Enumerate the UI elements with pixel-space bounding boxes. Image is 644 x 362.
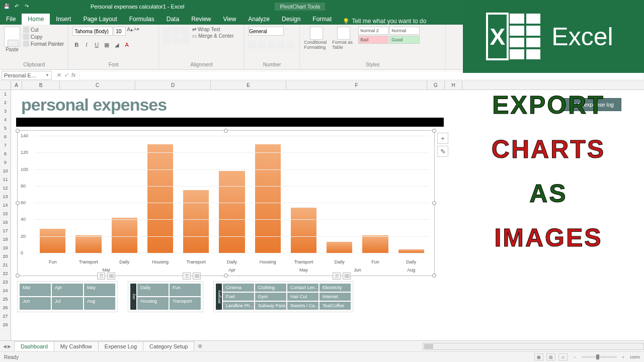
cell-styles[interactable]: Normal 2NormalBadGood — [358, 27, 420, 44]
row-header[interactable]: 5 — [0, 124, 11, 133]
format-as-table-button[interactable]: Format as Table — [332, 27, 355, 50]
sheet-tab[interactable]: Category Setup — [143, 341, 194, 351]
chart-bar[interactable] — [398, 249, 424, 253]
slicer-item[interactable]: Internet — [319, 293, 351, 301]
slicer-item[interactable]: Sweets / Ca… — [287, 302, 318, 310]
tab-design[interactable]: Design — [276, 14, 306, 25]
resize-handle[interactable] — [224, 129, 228, 133]
increase-decimal-icon[interactable] — [277, 41, 285, 49]
chart-bar[interactable] — [219, 171, 245, 253]
currency-icon[interactable] — [249, 41, 257, 49]
comma-icon[interactable] — [268, 41, 276, 49]
row-header[interactable]: 13 — [0, 193, 11, 201]
sheet-tab[interactable]: Expense Log — [98, 341, 143, 351]
slicer-item[interactable]: Jul — [52, 297, 83, 310]
slicer-item[interactable]: Electricity — [319, 284, 351, 292]
row-header[interactable]: 9 — [0, 158, 11, 167]
row-header[interactable]: 14 — [0, 201, 11, 210]
clear-filter-icon[interactable]: ⌧ — [193, 273, 201, 280]
chart-bar[interactable] — [112, 218, 137, 253]
slicer-item[interactable]: Tea/Coffee — [319, 302, 351, 310]
add-sheet-button[interactable]: ⊕ — [194, 341, 206, 351]
slicer-item[interactable]: Landline Ph… — [223, 302, 254, 310]
slicer-item[interactable]: Apr — [52, 284, 83, 296]
cell-style[interactable]: Normal — [389, 27, 420, 35]
font-name-input[interactable] — [72, 27, 113, 36]
row-header[interactable]: 22 — [0, 269, 11, 278]
format-painter-button[interactable]: Format Painter — [23, 41, 64, 47]
tab-review[interactable]: Review — [185, 14, 217, 25]
slicer-item[interactable]: Cinema — [223, 284, 254, 292]
tab-insert[interactable]: Insert — [50, 14, 77, 25]
enter-icon[interactable]: ✓ — [64, 72, 68, 78]
row-header[interactable]: 12 — [0, 184, 11, 193]
resize-handle[interactable] — [432, 129, 436, 133]
row-header[interactable]: 1 — [0, 90, 11, 99]
slicer-item[interactable]: Aug — [84, 297, 115, 310]
slicer-item[interactable]: Gym — [255, 293, 286, 301]
slicer-item[interactable]: Subway Pass — [255, 302, 286, 310]
border-button[interactable]: ▦ — [103, 41, 111, 49]
clear-filter-icon[interactable]: ⌧ — [107, 273, 115, 280]
row-header[interactable]: 7 — [0, 141, 11, 150]
row-header[interactable]: 6 — [0, 133, 11, 141]
copy-button[interactable]: Copy — [23, 34, 64, 40]
resize-handle[interactable] — [16, 129, 20, 133]
tab-home[interactable]: Home — [22, 14, 50, 25]
cut-button[interactable]: Cut — [23, 27, 64, 33]
cell-style[interactable]: Normal 2 — [358, 27, 388, 35]
tab-format[interactable]: Format — [306, 14, 338, 25]
page-break-icon[interactable]: ▱ — [558, 353, 568, 360]
paste-button[interactable] — [4, 27, 20, 47]
tab-formulas[interactable]: Formulas — [123, 14, 160, 25]
percent-icon[interactable] — [258, 41, 266, 49]
slicer-item[interactable]: Daily — [137, 284, 169, 296]
pivot-chart[interactable]: + ✎ 020406080100120140 FunTransportDaily… — [17, 130, 435, 276]
multi-select-icon[interactable]: ☶ — [97, 273, 105, 280]
column-header[interactable]: G — [427, 81, 445, 89]
row-header[interactable]: 16 — [0, 218, 11, 227]
row-header[interactable]: 27 — [0, 312, 11, 321]
merge-center-button[interactable]: ▭ Merge & Center — [192, 33, 233, 39]
conditional-formatting-button[interactable]: Conditional Formatting — [304, 27, 329, 50]
font-color-button[interactable]: A — [123, 41, 131, 49]
increase-font-icon[interactable]: A▴ — [127, 27, 133, 36]
row-header[interactable]: 3 — [0, 107, 11, 116]
slicer-item[interactable]: Transport — [170, 297, 201, 310]
tab-page-layout[interactable]: Page Layout — [77, 14, 123, 25]
underline-button[interactable]: U — [93, 41, 101, 49]
column-header[interactable]: F — [286, 81, 427, 89]
slicer-item[interactable]: May — [84, 284, 115, 296]
row-header[interactable]: 8 — [0, 150, 11, 158]
decrease-decimal-icon[interactable] — [287, 41, 295, 49]
page-layout-icon[interactable]: ▤ — [546, 353, 555, 360]
undo-icon[interactable]: ↶ — [13, 3, 20, 10]
chart-bar[interactable] — [362, 235, 388, 253]
slicer-item[interactable]: Jun — [20, 297, 51, 310]
row-header[interactable]: 23 — [0, 278, 11, 287]
row-header[interactable]: 10 — [0, 167, 11, 175]
tab-nav-prev-icon[interactable]: ◀ — [3, 344, 7, 349]
sheet-tab[interactable]: Dashboard — [14, 341, 54, 351]
font-size-input[interactable] — [114, 27, 126, 36]
number-format-select[interactable] — [249, 27, 284, 36]
chart-styles-button[interactable]: ✎ — [437, 146, 448, 157]
row-header[interactable]: 28 — [0, 321, 11, 329]
row-header[interactable]: 24 — [0, 287, 11, 295]
row-header[interactable]: 2 — [0, 99, 11, 107]
row-header[interactable]: 25 — [0, 295, 11, 304]
tell-me-input[interactable]: 💡Tell me what you want to do — [343, 18, 426, 25]
slicer-item[interactable]: Housing — [137, 297, 169, 310]
normal-view-icon[interactable]: ▦ — [534, 353, 543, 360]
chart-bar[interactable] — [75, 235, 101, 253]
slicer-item[interactable]: Fuel — [223, 293, 254, 301]
fx-icon[interactable]: fx — [71, 72, 76, 78]
row-header[interactable]: 21 — [0, 261, 11, 269]
name-box[interactable]: Personal E…▼ — [2, 71, 52, 80]
bold-button[interactable]: B — [72, 41, 80, 49]
slicer-item[interactable]: Fun — [170, 284, 201, 296]
column-header[interactable]: C — [60, 81, 135, 89]
column-header[interactable]: D — [135, 81, 211, 89]
zoom-control[interactable]: −+ 100% — [571, 353, 640, 360]
tab-data[interactable]: Data — [160, 14, 185, 25]
